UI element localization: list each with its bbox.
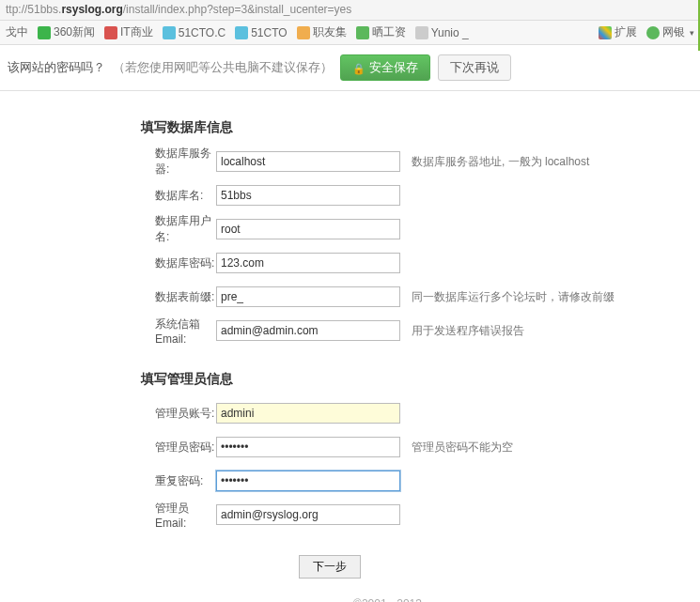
bookmark-icon bbox=[38, 26, 51, 39]
infobar-question: 该网站的密码吗？ bbox=[8, 59, 105, 76]
row-admin-pass2: 重复密码: bbox=[75, 469, 700, 493]
row-admin-user: 管理员账号: bbox=[75, 401, 700, 425]
admin-pass2-input[interactable] bbox=[216, 471, 400, 491]
db-user-label: 数据库用户名: bbox=[75, 213, 216, 245]
bookmark-icon bbox=[104, 26, 117, 39]
bookmark-bar: 戈中 360新闻 IT商业 51CTO.C 51CTO 职友集 晒工资 Yuni… bbox=[0, 21, 700, 45]
bookmark-label: Yunio _ bbox=[431, 26, 469, 39]
db-prefix-label: 数据表前缀: bbox=[75, 289, 216, 305]
db-prefix-input[interactable] bbox=[216, 286, 400, 307]
admin-user-label: 管理员账号: bbox=[75, 406, 216, 422]
row-db-prefix: 数据表前缀: 同一数据库运行多个论坛时，请修改前缀 bbox=[75, 285, 700, 309]
save-label: 安全保存 bbox=[369, 59, 418, 76]
db-name-label: 数据库名: bbox=[75, 188, 216, 204]
bookmark-icon bbox=[415, 26, 428, 39]
bookmark-label: IT商业 bbox=[120, 24, 153, 40]
save-password-button[interactable]: 安全保存 bbox=[340, 54, 430, 81]
infobar-hint: （若您使用网吧等公共电脑不建议保存） bbox=[113, 59, 333, 76]
row-db-server: 数据库服务器: 数据库服务器地址, 一般为 localhost bbox=[75, 149, 700, 174]
chevron-down-icon: ▾ bbox=[690, 28, 694, 38]
bookmark-item-7[interactable]: Yunio _ bbox=[415, 26, 469, 39]
admin-section-title: 填写管理员信息 bbox=[75, 352, 700, 401]
db-pass-input[interactable] bbox=[216, 253, 400, 273]
db-server-input[interactable] bbox=[216, 151, 400, 172]
bookmark-item-1[interactable]: 360新闻 bbox=[38, 24, 95, 40]
bookmark-item-5[interactable]: 职友集 bbox=[297, 24, 347, 40]
db-server-label: 数据库服务器: bbox=[75, 146, 216, 178]
url-prefix: ttp://51bbs. bbox=[6, 3, 61, 16]
url-path: /install/index.php?step=3&install_ucente… bbox=[123, 3, 352, 16]
bookmark-label: 360新闻 bbox=[54, 24, 95, 40]
bookmark-icon bbox=[356, 26, 369, 39]
install-form: 填写数据库信息 数据库服务器: 数据库服务器地址, 一般为 localhost … bbox=[0, 91, 700, 602]
bookmark-icon bbox=[297, 26, 310, 39]
row-db-user: 数据库用户名: bbox=[75, 217, 700, 241]
bookmark-item-6[interactable]: 晒工资 bbox=[356, 24, 406, 40]
later-button[interactable]: 下次再说 bbox=[438, 54, 511, 81]
db-prefix-desc: 同一数据库运行多个论坛时，请修改前缀 bbox=[412, 289, 614, 305]
bookmark-label: 职友集 bbox=[313, 24, 347, 40]
db-pass-label: 数据库密码: bbox=[75, 255, 216, 271]
row-admin-pass: 管理员密码: 管理员密码不能为空 bbox=[75, 435, 700, 459]
admin-pass2-label: 重复密码: bbox=[75, 473, 216, 489]
sys-email-input[interactable] bbox=[216, 320, 400, 341]
extensions-label: 扩展 bbox=[614, 24, 637, 40]
db-user-input[interactable] bbox=[216, 219, 400, 239]
admin-email-input[interactable] bbox=[216, 504, 400, 525]
bookmark-item-0[interactable]: 戈中 bbox=[6, 24, 28, 40]
db-name-input[interactable] bbox=[216, 185, 400, 206]
wangyin-label: 网银 bbox=[662, 24, 685, 40]
bookmark-label: 晒工资 bbox=[372, 24, 406, 40]
bookmark-label: 51CTO bbox=[251, 26, 287, 39]
db-section-title: 填写数据库信息 bbox=[75, 110, 700, 149]
bookmark-item-4[interactable]: 51CTO bbox=[235, 26, 287, 39]
bookmark-label: 51CTO.C bbox=[179, 26, 226, 39]
wangyin-button[interactable]: 网银▾ bbox=[646, 24, 694, 40]
address-bar[interactable]: ttp://51bbs.rsyslog.org/install/index.ph… bbox=[0, 0, 700, 21]
url-domain: rsyslog.org bbox=[61, 3, 122, 16]
admin-pass-label: 管理员密码: bbox=[75, 440, 216, 455]
db-server-desc: 数据库服务器地址, 一般为 localhost bbox=[412, 154, 589, 170]
bookmark-icon bbox=[235, 26, 248, 39]
bookmark-label: 戈中 bbox=[6, 24, 28, 40]
shield-icon bbox=[646, 26, 660, 39]
bookmark-icon bbox=[163, 26, 176, 39]
sys-email-desc: 用于发送程序错误报告 bbox=[412, 323, 524, 339]
row-db-pass: 数据库密码: bbox=[75, 251, 700, 275]
row-admin-email: 管理员 Email: bbox=[75, 502, 700, 527]
bookmark-item-2[interactable]: IT商业 bbox=[104, 24, 153, 40]
footer-copyright: ©2001 - 2013 bbox=[75, 597, 700, 602]
bookmark-item-3[interactable]: 51CTO.C bbox=[163, 26, 226, 39]
admin-user-input[interactable] bbox=[216, 403, 400, 424]
next-step-button[interactable]: 下一步 bbox=[299, 555, 361, 579]
row-sys-email: 系统信箱 Email: 用于发送程序错误报告 bbox=[75, 318, 700, 343]
password-save-bar: 该网站的密码吗？ （若您使用网吧等公共电脑不建议保存） 安全保存 下次再说 bbox=[0, 45, 700, 91]
lock-icon bbox=[352, 61, 366, 75]
sys-email-label: 系统信箱 Email: bbox=[75, 316, 216, 346]
row-db-name: 数据库名: bbox=[75, 183, 700, 208]
extension-icon bbox=[599, 26, 612, 39]
extensions-button[interactable]: 扩展 bbox=[599, 24, 637, 40]
admin-pass-desc: 管理员密码不能为空 bbox=[412, 440, 513, 455]
admin-email-label: 管理员 Email: bbox=[75, 501, 216, 530]
admin-pass-input[interactable] bbox=[216, 437, 400, 457]
